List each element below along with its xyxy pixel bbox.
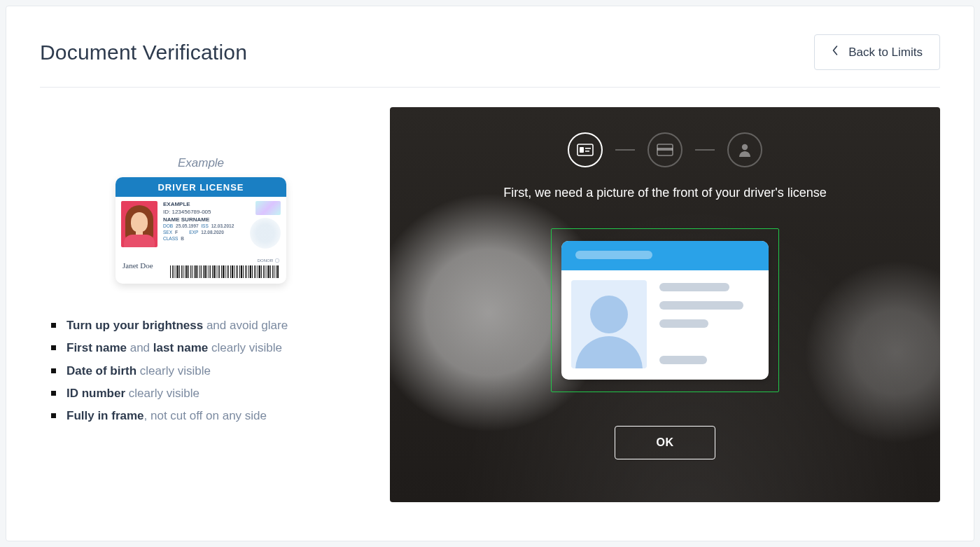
id-card-illustration: [561, 241, 769, 380]
step-selfie-icon: [727, 132, 762, 167]
back-to-limits-button[interactable]: Back to Limits: [814, 34, 940, 70]
step-connector: [695, 149, 715, 151]
example-donor: DONOR: [258, 258, 279, 263]
svg-rect-2: [585, 148, 591, 149]
example-column: Example DRIVER LICENSE EXAMPLE ID: 12345…: [40, 107, 362, 502]
svg-rect-1: [580, 147, 584, 153]
example-line1: EXAMPLE: [163, 201, 190, 207]
back-button-label: Back to Limits: [848, 46, 923, 60]
camera-panel: First, we need a picture of the front of…: [390, 107, 940, 502]
example-signature: Janet Doe: [122, 261, 153, 270]
example-card-wrap: DRIVER LICENSE EXAMPLE ID: 123456789-005…: [40, 177, 362, 284]
svg-rect-5: [657, 148, 673, 151]
example-driver-license: DRIVER LICENSE EXAMPLE ID: 123456789-005…: [115, 177, 286, 284]
tip-item: Fully in frame, not cut off on any side: [51, 405, 362, 427]
header-row: Document Verification Back to Limits: [40, 34, 940, 70]
person-silhouette-icon: [571, 280, 647, 368]
example-name: NAME SURNAME: [163, 216, 209, 223]
hologram-icon: [255, 201, 281, 215]
camera-instruction: First, we need a picture of the front of…: [503, 186, 827, 200]
divider: [40, 87, 940, 88]
tips-list: Turn up your brightness and avoid glare …: [40, 314, 362, 427]
svg-point-6: [742, 144, 748, 150]
tip-item: ID number clearly visible: [51, 382, 362, 405]
barcode-icon: [170, 265, 279, 278]
example-card-header: DRIVER LICENSE: [115, 177, 286, 197]
example-info: EXAMPLE ID: 123456789-005 NAME SURNAME D…: [163, 201, 281, 250]
example-photo: [121, 201, 158, 247]
tip-item: Turn up your brightness and avoid glare: [51, 314, 362, 337]
svg-rect-3: [585, 151, 589, 152]
camera-column: First, we need a picture of the front of…: [390, 107, 940, 502]
step-indicator: [568, 132, 762, 167]
ok-button[interactable]: OK: [615, 426, 715, 459]
tip-item: First name and last name clearly visible: [51, 337, 362, 359]
chevron-left-icon: [832, 45, 839, 60]
step-connector: [615, 149, 635, 151]
content-row: Example DRIVER LICENSE EXAMPLE ID: 12345…: [40, 107, 940, 502]
capture-frame: [551, 228, 779, 392]
step-front-id-icon: [568, 132, 603, 167]
verification-card: Document Verification Back to Limits Exa…: [6, 6, 974, 541]
globe-icon: [250, 218, 281, 249]
example-label: Example: [40, 156, 362, 170]
tip-item: Date of birth clearly visible: [51, 360, 362, 382]
step-back-id-icon: [648, 132, 682, 167]
page-title: Document Verification: [40, 41, 247, 64]
